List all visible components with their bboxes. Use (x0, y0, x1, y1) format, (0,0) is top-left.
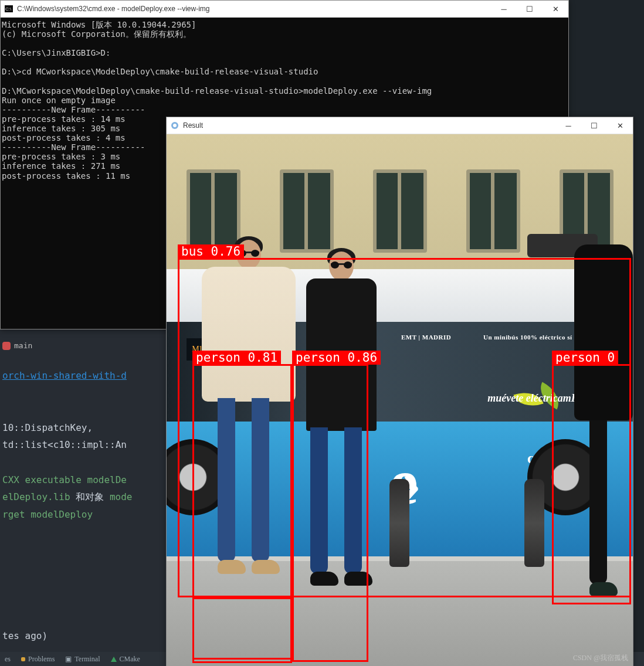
ide-link[interactable]: orch-win-shared-with-d (2, 370, 127, 381)
close-button[interactable]: ✕ (607, 117, 633, 134)
vcs-branch[interactable]: main (2, 339, 169, 353)
ide-line: mode (110, 491, 133, 502)
status-terminal[interactable]: ▣Terminal (65, 655, 100, 664)
result-titlebar[interactable]: Result ─ ☐ ✕ (167, 117, 633, 134)
warning-icon (21, 657, 25, 661)
status-problems[interactable]: Problems (21, 655, 55, 664)
svg-text:C:\: C:\ (5, 6, 12, 12)
maximize-button[interactable]: ☐ (581, 117, 607, 134)
ide-line: 和对象 (76, 491, 110, 502)
detection-label: person 0.86 (292, 351, 381, 365)
svg-point-3 (173, 124, 177, 127)
status-cmake[interactable]: CMake (111, 655, 140, 664)
ide-line: td::list<c10::impl::An (2, 436, 169, 454)
result-image: M1 SOL/SEVILLA EMT | MADRID Un minibús 1… (167, 134, 633, 666)
app-icon (170, 121, 179, 130)
cmd-titlebar[interactable]: C:\ C:\Windows\system32\cmd.exe - modelD… (1, 1, 568, 18)
ide-line: CXX executable modelDe (2, 471, 169, 489)
result-title: Result (183, 121, 555, 130)
branch-icon (2, 342, 11, 350)
ide-background: main orch-win-shared-with-d 10::Dispatch… (0, 328, 171, 666)
ide-line: rget modelDeploy (2, 506, 169, 524)
cmd-title: C:\Windows\system32\cmd.exe - modelDeplo… (17, 5, 491, 13)
branch-name: main (14, 339, 32, 353)
maximize-button[interactable]: ☐ (517, 1, 543, 17)
cmake-icon (111, 657, 117, 662)
cmd-icon: C:\ (4, 4, 13, 13)
detection-label: bus 0.76 (178, 244, 244, 259)
terminal-icon: ▣ (65, 655, 72, 664)
minimize-button[interactable]: ─ (491, 1, 517, 17)
detection-label: person 0 (552, 351, 618, 365)
detection-label: person 0.81 (192, 351, 281, 365)
minimize-button[interactable]: ─ (555, 117, 581, 134)
ide-line: tes ago) (2, 627, 169, 645)
ide-line: elDeploy.lib (2, 491, 76, 502)
close-button[interactable]: ✕ (543, 1, 568, 17)
detection-box (192, 597, 292, 660)
result-window: Result ─ ☐ ✕ M1 SOL/SEVILLA EMT | MADRID… (166, 117, 633, 666)
detection-box: person 0.86 (292, 364, 368, 662)
status-es[interactable]: es (5, 655, 11, 664)
detection-box: person 0 (552, 364, 631, 604)
ide-line: 10::DispatchKey, (2, 419, 169, 437)
watermark: CSDN @我宿孤栈 (573, 653, 628, 663)
